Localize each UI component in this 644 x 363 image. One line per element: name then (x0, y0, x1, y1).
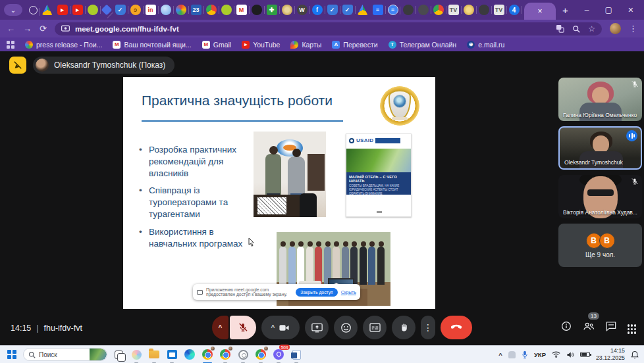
window-minimize-button[interactable]: – (585, 5, 589, 14)
task-view-button[interactable] (112, 348, 125, 361)
pinned-tab-meet-count[interactable]: 4 (509, 5, 520, 15)
pinned-tab[interactable] (464, 5, 474, 15)
bookmark-item[interactable]: M Gmail (202, 41, 231, 49)
search-highlight-image[interactable] (90, 349, 107, 360)
pinned-tab-chrome[interactable] (206, 5, 217, 15)
activities-button[interactable] (628, 324, 637, 334)
captions-button[interactable] (363, 316, 387, 339)
viber-button[interactable]: 503 (272, 348, 285, 361)
pinned-tab[interactable] (479, 5, 489, 15)
chat-button[interactable] (606, 321, 616, 334)
pinned-tab[interactable] (161, 5, 171, 15)
pinned-tab[interactable]: ✓ (327, 5, 338, 15)
pinned-tab-chrome[interactable] (433, 5, 444, 15)
edge-button[interactable] (183, 348, 196, 361)
close-tab-icon[interactable]: × (537, 7, 542, 16)
chrome-button[interactable] (219, 348, 232, 361)
zoom-icon[interactable] (572, 25, 580, 33)
pinned-tab-facebook[interactable]: f (312, 5, 323, 15)
tab-search-button[interactable]: ⌄ (4, 4, 22, 16)
bookmark-item[interactable]: ▸ YouTube (242, 41, 280, 49)
forward-button[interactable]: → (23, 24, 32, 34)
taskbar-clock[interactable]: 14:15 23.12.2025 (596, 347, 625, 361)
camera-app-button[interactable] (236, 348, 250, 361)
more-options-button[interactable]: ⋮ (421, 316, 435, 339)
pinned-tab[interactable]: ✚ (267, 5, 277, 15)
file-explorer-button[interactable] (148, 348, 161, 361)
reactions-button[interactable] (334, 316, 358, 339)
pinned-tab[interactable]: TV (448, 5, 459, 15)
pinned-tab-wordpress[interactable]: W (297, 5, 308, 15)
pinned-tab[interactable]: ͻ (130, 5, 141, 15)
new-tab-button[interactable]: + (562, 5, 568, 16)
pinned-tab[interactable] (418, 5, 429, 15)
start-button[interactable] (5, 348, 18, 361)
meeting-details-button[interactable] (561, 321, 572, 334)
end-call-button[interactable] (441, 316, 472, 339)
chrome-button-active[interactable] (201, 348, 214, 361)
pinned-tab-drive[interactable] (358, 5, 368, 15)
back-button[interactable]: ← (7, 24, 15, 34)
bookmark-star-icon[interactable]: ☆ (588, 24, 595, 34)
participants-button[interactable]: 13 (583, 321, 595, 334)
tray-expand-button[interactable]: ^ (498, 351, 502, 358)
pinned-tab-gmail[interactable]: M (236, 5, 247, 15)
wifi-icon[interactable] (552, 351, 560, 358)
pinned-tab[interactable]: TV (494, 5, 504, 15)
pinned-tab[interactable]: ≡ (388, 5, 398, 15)
word-document-button[interactable] (290, 348, 303, 361)
pinned-tab[interactable] (403, 5, 414, 15)
bookmark-item[interactable]: A Перевести (332, 41, 377, 49)
presenter-pill[interactable]: Oleksandr Tymoshchuk (Показ) (33, 57, 174, 74)
more-participants-tile[interactable]: В В Ще 9 чол. (558, 224, 642, 267)
camera-control[interactable]: ^ (261, 316, 300, 339)
stop-sharing-button[interactable]: Закрыть доступ (296, 288, 337, 297)
reload-button[interactable]: ⟳ (40, 24, 47, 34)
bookmark-item[interactable]: Карты (290, 41, 321, 49)
hide-banner-link[interactable]: Скрыть (341, 290, 356, 295)
pinned-tab[interactable]: 23 (191, 5, 201, 15)
mic-mute-button[interactable] (230, 316, 256, 339)
present-screen-button[interactable] (305, 316, 329, 339)
pinned-tab[interactable]: in (146, 5, 156, 15)
battery-icon[interactable] (580, 352, 590, 357)
taskbar-search[interactable]: Поиск (23, 348, 107, 361)
participant-tile[interactable]: Вікторія Анатоліївна Худав... (558, 175, 642, 218)
copilot-button[interactable] (130, 348, 143, 361)
bookmark-item[interactable]: T Телеграм Онлайн (389, 41, 457, 49)
browser-menu-button[interactable]: ⋮ (629, 24, 637, 34)
pinned-tab-youtube[interactable]: ▸ (72, 5, 83, 15)
notification-bell-icon[interactable] (631, 351, 639, 359)
raise-hand-button[interactable] (392, 316, 416, 339)
bookmark-item[interactable]: ⊕ e.mail.ru (467, 41, 504, 49)
volume-icon[interactable] (566, 351, 574, 358)
mic-options-button[interactable]: ^ (212, 316, 228, 339)
bookmark-item[interactable]: M Ваш почтовый ящи... (113, 41, 191, 49)
pinned-tab[interactable]: ✓ (115, 5, 126, 15)
translate-icon[interactable] (556, 24, 564, 33)
participant-tile-active-speaker[interactable]: Oleksandr Tymoshchuk (558, 126, 642, 170)
language-indicator[interactable]: УКР (534, 351, 546, 358)
window-maximize-button[interactable]: ▢ (604, 5, 612, 14)
chrome-button[interactable] (254, 348, 267, 361)
microphone-in-use-icon[interactable] (522, 351, 528, 359)
apps-grid-icon[interactable] (7, 41, 14, 49)
pinned-tab-youtube[interactable]: ▸ (57, 5, 68, 15)
microsoft-store-button[interactable] (165, 348, 178, 361)
window-close-button[interactable]: × (628, 5, 633, 15)
tray-app-icon[interactable] (508, 351, 516, 358)
address-bar[interactable]: meet.google.com/fhu-ifdv-fvt ☆ (55, 22, 602, 36)
participant-tile[interactable]: Галина Юріївна Омельченко (558, 78, 642, 121)
pinned-tab[interactable] (88, 5, 98, 15)
profile-avatar[interactable] (610, 23, 621, 34)
pinned-tab[interactable] (101, 5, 112, 16)
pinned-tab[interactable] (176, 5, 186, 15)
pinned-tab[interactable] (282, 5, 292, 15)
pinned-tab-drive[interactable] (42, 5, 53, 15)
bookmark-item[interactable]: press release - Пои... (25, 41, 102, 49)
pinned-tab-history[interactable] (29, 6, 38, 14)
pinned-tab[interactable]: ✓ (342, 5, 353, 15)
pinned-tab[interactable] (221, 5, 232, 15)
pinned-tab[interactable]: ≡ (373, 5, 383, 15)
pen-off-button[interactable] (9, 57, 26, 74)
